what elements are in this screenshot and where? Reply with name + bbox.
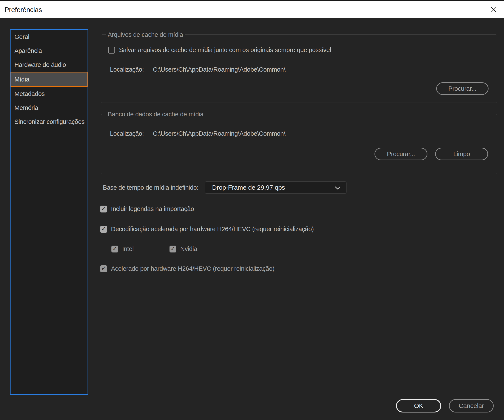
sidebar-item-label: Mídia xyxy=(14,76,29,83)
timebase-dropdown[interactable]: Drop-Frame de 29,97 qps xyxy=(205,181,347,194)
hw-accel-row: ✓ Acelerado por hardware H264/HEVC (requ… xyxy=(100,265,275,272)
intel-row: ✓ Intel xyxy=(111,245,134,252)
group-title: Arquivos de cache de mídia xyxy=(106,31,185,38)
sidebar-item-geral[interactable]: Geral xyxy=(11,30,88,44)
cache-files-location-row: Localização: C:\Users\Ch\AppData\Roaming… xyxy=(110,66,285,73)
sidebar-item-aparencia[interactable]: Aparência xyxy=(11,44,88,58)
checkmark-icon: ✓ xyxy=(101,206,106,212)
intel-label: Intel xyxy=(122,245,134,252)
location-label: Localização: xyxy=(110,130,144,137)
group-media-cache-files: Arquivos de cache de mídia Salvar arquiv… xyxy=(101,34,497,103)
browse-cache-files-button[interactable]: Procurar... xyxy=(436,82,488,95)
chevron-down-icon xyxy=(335,186,341,190)
sidebar-item-hardware-de-audio[interactable]: Hardware de áudio xyxy=(11,58,88,72)
browse-cache-database-button[interactable]: Procurar... xyxy=(374,148,427,160)
sidebar-item-memoria[interactable]: Memória xyxy=(11,101,88,115)
hw-decoding-row: ✓ Decodificação acelerada por hardware H… xyxy=(100,226,314,233)
sidebar: Geral Aparência Hardware de áudio Mídia … xyxy=(10,29,88,395)
close-icon xyxy=(490,6,498,14)
cache-database-location-row: Localização: C:\Users\Ch\AppData\Roaming… xyxy=(110,130,285,137)
save-with-originals-row: Salvar arquivos de cache de mídia junto … xyxy=(108,47,331,54)
preferences-dialog: Preferências Geral Aparência Hardware de… xyxy=(0,0,504,420)
sidebar-item-label: Hardware de áudio xyxy=(14,61,66,68)
include-captions-checkbox[interactable]: ✓ xyxy=(100,206,107,212)
close-button[interactable] xyxy=(486,1,501,18)
sidebar-item-label: Sincronizar configurações xyxy=(14,118,84,125)
cache-files-location-path: C:\Users\Ch\AppData\Roaming\Adobe\Common… xyxy=(153,66,285,73)
sidebar-item-midia[interactable]: Mídia xyxy=(11,72,88,87)
checkmark-icon: ✓ xyxy=(112,246,117,252)
include-captions-row: ✓ Incluir legendas na importação xyxy=(100,205,194,212)
hw-accel-checkbox[interactable]: ✓ xyxy=(100,265,107,272)
timebase-label: Base de tempo de mídia indefinido: xyxy=(103,181,198,194)
clean-cache-database-button[interactable]: Limpo xyxy=(435,148,488,160)
save-with-originals-checkbox[interactable] xyxy=(108,47,115,54)
nvidia-row: ✓ Nvidia xyxy=(169,245,197,252)
cancel-button[interactable]: Cancelar xyxy=(449,399,494,413)
dialog-title: Preferências xyxy=(5,6,42,14)
save-with-originals-label: Salvar arquivos de cache de mídia junto … xyxy=(119,47,331,54)
hw-accel-label: Acelerado por hardware H264/HEVC (requer… xyxy=(111,265,275,272)
sidebar-item-label: Aparência xyxy=(14,47,42,54)
intel-checkbox[interactable]: ✓ xyxy=(111,246,118,252)
nvidia-checkbox[interactable]: ✓ xyxy=(169,246,176,252)
title-bar: Preferências xyxy=(0,1,504,18)
sidebar-item-sincronizar-configuracoes[interactable]: Sincronizar configurações xyxy=(11,115,88,129)
timebase-selected-value: Drop-Frame de 29,97 qps xyxy=(212,184,285,191)
sidebar-item-label: Metadados xyxy=(14,90,45,97)
nvidia-label: Nvidia xyxy=(180,245,197,252)
checkmark-icon: ✓ xyxy=(101,265,106,271)
sidebar-item-label: Geral xyxy=(14,33,29,40)
include-captions-label: Incluir legendas na importação xyxy=(111,205,194,212)
cache-database-location-path: C:\Users\Ch\AppData\Roaming\Adobe\Common… xyxy=(153,130,285,137)
location-label: Localização: xyxy=(110,66,144,73)
checkmark-icon: ✓ xyxy=(101,226,106,232)
checkmark-icon: ✓ xyxy=(170,246,175,252)
group-media-cache-database: Banco de dados de cache de mídia Localiz… xyxy=(101,114,497,174)
hw-decoding-checkbox[interactable]: ✓ xyxy=(100,226,107,233)
sidebar-item-metadados[interactable]: Metadados xyxy=(11,87,88,101)
group-title: Banco de dados de cache de mídia xyxy=(106,110,206,118)
sidebar-item-label: Memória xyxy=(14,104,38,111)
ok-button[interactable]: OK xyxy=(396,399,441,413)
hw-decoding-label: Decodificação acelerada por hardware H26… xyxy=(111,226,314,233)
